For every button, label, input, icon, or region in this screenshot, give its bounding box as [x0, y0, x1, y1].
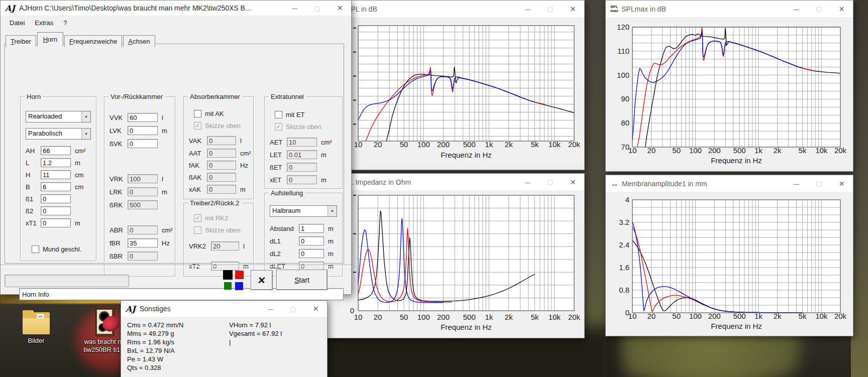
field-b[interactable]: 6	[41, 182, 71, 191]
chevron-down-icon[interactable]	[328, 206, 337, 216]
maximize-button[interactable]	[539, 174, 562, 190]
minimize-button[interactable]	[516, 1, 539, 17]
clear-plots-button[interactable]	[251, 270, 273, 290]
checkbox-label: Skizze oben	[205, 226, 241, 234]
field-label: fBR	[110, 239, 128, 247]
maximize-button[interactable]	[282, 301, 304, 317]
minimize-button[interactable]	[283, 1, 306, 16]
svg-text:10k: 10k	[815, 146, 828, 155]
checkbox[interactable]	[32, 245, 39, 253]
close-icon[interactable]	[304, 301, 327, 317]
close-icon[interactable]	[562, 1, 584, 17]
svg-text:5k: 5k	[799, 312, 807, 320]
field-abstand[interactable]: 1	[299, 224, 324, 233]
svg-text:1k: 1k	[485, 313, 493, 321]
menu-item-extras[interactable]: Extras	[30, 18, 58, 28]
maximize-button[interactable]	[539, 1, 562, 17]
field-vrk: 100	[128, 174, 158, 183]
splmax-titlebar[interactable]: SPL max SPLmax in dB	[606, 1, 853, 17]
start-button[interactable]: Start	[276, 270, 328, 290]
field-ß1[interactable]: 0	[41, 194, 71, 203]
minimize-button[interactable]	[785, 175, 808, 192]
field-h[interactable]: 11	[41, 170, 71, 179]
legend-color-swatch	[224, 282, 232, 290]
svg-text:200: 200	[708, 312, 721, 320]
group-label: Treiber2/Rückk.2	[188, 199, 242, 207]
maximize-button[interactable]	[808, 175, 830, 192]
horn-dropdown[interactable]: Parabolisch	[26, 128, 91, 140]
tab-horn[interactable]: Horn	[37, 32, 63, 46]
checkbox[interactable]	[275, 111, 282, 118]
membrane-titlebar[interactable]: ↔ Membranamplitude1 in mm	[606, 175, 853, 192]
driver-parameters-text: Cms = 0.472 mm/NMms = 49.279 gRms = 1.96…	[127, 321, 229, 372]
svg-text:50: 50	[400, 140, 408, 149]
tab-treiber[interactable]: Treiber	[6, 35, 36, 47]
field-xt1[interactable]: 0	[41, 218, 71, 227]
field-l[interactable]: 1.2	[41, 158, 71, 167]
svg-text:500: 500	[463, 140, 476, 149]
desktop-icon-bilder[interactable]: Bilder	[9, 308, 64, 345]
svg-text:0.8: 0.8	[619, 286, 629, 294]
tab-achsen[interactable]: Achsen	[123, 35, 155, 47]
auf-dropdown[interactable]: Halbraum	[270, 205, 337, 217]
field-label: L	[26, 159, 41, 167]
check-mund-geschl-[interactable]: Mund geschl.	[32, 245, 96, 253]
menu-item-help[interactable]: ?	[58, 18, 72, 28]
field-label: LRK	[110, 188, 128, 196]
minimize-button[interactable]	[516, 174, 539, 190]
close-icon[interactable]	[830, 175, 853, 192]
svg-text:3.2: 3.2	[619, 218, 629, 226]
main-titlebar[interactable]: AJ AJHorn C:\Users\Timo\Desktop\was brau…	[1, 1, 351, 16]
tab-frequenzweiche[interactable]: Frequenzweiche	[64, 35, 122, 47]
chevron-down-icon[interactable]	[81, 111, 90, 122]
svg-text:Frequenz in Hz: Frequenz in Hz	[711, 156, 762, 165]
checkbox	[194, 226, 201, 234]
horn-dropdown[interactable]: Rearloaded	[26, 111, 91, 122]
svg-text:5k: 5k	[531, 313, 539, 321]
impedance-chart: 01020501002005001k2k5k10k20kFrequenz in …	[317, 190, 584, 338]
field-unit: cm²	[321, 139, 332, 146]
group-label: Extratunnel	[269, 93, 306, 100]
sonstiges-titlebar[interactable]: AJ Sonstiges	[121, 301, 327, 317]
field-fbr[interactable]: 35	[128, 238, 158, 247]
field-label: xET	[270, 176, 287, 184]
field-vvk[interactable]: 60	[128, 113, 158, 122]
desktop-icon-label: Bilder	[9, 337, 64, 345]
maximize-button[interactable]	[306, 1, 329, 16]
sonstiges-line: BxL = 12.79 N/A	[127, 346, 229, 355]
svg-text:200: 200	[708, 146, 721, 155]
field-label: ßVK	[110, 140, 128, 148]
field-lvk[interactable]: 0	[128, 126, 158, 135]
close-icon[interactable]	[329, 1, 351, 16]
field-ß2[interactable]: 0	[41, 206, 71, 215]
maximize-button[interactable]	[808, 1, 830, 17]
menu-item-datei[interactable]: Datei	[5, 18, 30, 28]
field-unit: m	[240, 186, 246, 193]
minimize-button[interactable]	[259, 301, 282, 317]
field-dl1[interactable]: 0	[299, 236, 324, 245]
spl-titlebar[interactable]: SPL in dB	[317, 1, 584, 17]
impedance-titlebar[interactable]: el. Impedanz in Ohm	[317, 174, 584, 190]
close-icon[interactable]	[830, 1, 853, 17]
chevron-down-icon[interactable]	[81, 129, 90, 139]
svg-text:20: 20	[647, 146, 656, 155]
close-icon[interactable]	[562, 174, 584, 190]
svg-text:10: 10	[354, 140, 363, 149]
field-unit: m	[328, 250, 334, 258]
field-ah[interactable]: 66	[41, 146, 71, 155]
legend-color-swatch	[223, 270, 233, 280]
field-ßvk[interactable]: 0	[128, 139, 158, 148]
field-label: VRK2	[189, 242, 211, 250]
field-ßrk: 500	[128, 200, 158, 209]
field-label: VVK	[110, 114, 128, 121]
sonstiges-line: Vgesamt = 67.92 l	[229, 329, 282, 338]
minimize-button[interactable]	[785, 1, 808, 17]
check-mit-et[interactable]: mit ET	[275, 111, 342, 118]
check-mit-ak[interactable]: mit AK	[194, 110, 253, 117]
membrane-amplitude-window: ↔ Membranamplitude1 in mm 00.81.62.43.24…	[605, 175, 853, 336]
checkbox[interactable]	[194, 110, 201, 117]
field-ßbr: 0	[128, 252, 158, 261]
field-label: Abstand	[270, 225, 299, 232]
field-unit: l	[162, 175, 163, 183]
field-dl2[interactable]: 0	[299, 249, 324, 258]
